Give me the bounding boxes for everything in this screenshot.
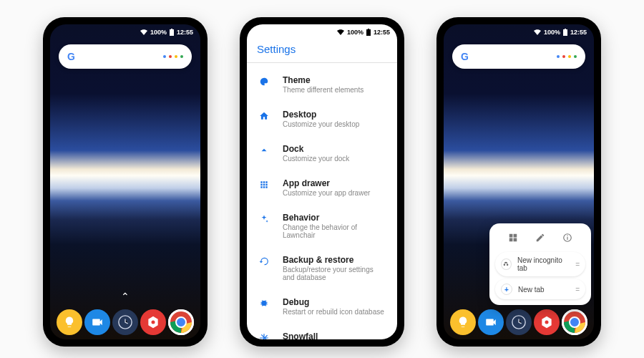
settings-item-label: Desktop [283,110,359,120]
battery-icon [563,29,567,36]
wifi-icon [534,29,541,35]
settings-item-label: Theme [283,75,364,85]
phone-settings: 100% 12:55 Settings Theme Theme differen… [240,17,404,347]
settings-item-label: App drawer [283,178,370,188]
svg-rect-1 [171,29,172,29]
settings-item-snowfall[interactable]: Snowfall [247,324,397,339]
settings-item-dock[interactable]: Dock Customize your dock [247,136,397,170]
battery-icon [170,29,174,36]
dock-app-chrome[interactable] [168,309,194,335]
assistant-icon[interactable] [163,55,183,58]
dock [50,309,200,335]
dock-app-duo[interactable] [84,309,110,335]
home-icon [258,111,270,121]
phone-home: 100% 12:55 G ⌃ [43,17,208,347]
sparkle-icon [258,214,270,224]
signal-percent: 100% [347,29,364,36]
status-bar: 100% 12:55 [534,29,587,36]
phone-shortcut-popup: 100% 12:55 G New incognito tab [436,17,601,347]
settings-item-label: Snowfall [283,332,318,339]
dock-app-clock[interactable] [506,309,532,335]
settings-screen[interactable]: 100% 12:55 Settings Theme Theme differen… [247,24,397,339]
settings-item-label: Behavior [283,213,386,223]
dock [444,309,594,335]
settings-item-sub: Change the behavior of Lawnchair [283,223,386,239]
settings-item-backup-restore[interactable]: Backup & restore Backup/restore your set… [247,247,397,289]
signal-percent: 100% [544,29,560,36]
signal-percent: 100% [150,29,167,36]
grid-icon [258,180,270,190]
settings-item-sub: Backup/restore your settings and databas… [283,266,386,281]
snow-icon [258,333,270,339]
app-drawer-handle[interactable]: ⌃ [121,291,130,302]
svg-rect-0 [170,29,174,36]
settings-item-desktop[interactable]: Desktop Customize your desktop [247,102,397,136]
settings-item-app-drawer[interactable]: App drawer Customize your app drawer [247,170,397,205]
assistant-icon[interactable] [557,55,577,58]
dock-app-duo[interactable] [478,309,504,335]
dock-app-settings-hex[interactable] [140,309,166,335]
popup-header [494,229,587,249]
status-bar: 100% 12:55 [337,29,390,36]
shortcut-label: New incognito tab [517,256,570,272]
dock-app-settings-hex[interactable] [534,309,560,335]
google-logo-icon: G [67,51,75,62]
shortcut-new-incognito-tab[interactable]: New incognito tab = [495,252,585,276]
incognito-icon [501,258,512,270]
google-logo-icon: G [461,51,469,62]
drag-handle-icon[interactable]: = [575,286,580,294]
palette-icon [258,77,270,87]
settings-item-sub: Restart or rebuild icon database [283,308,384,316]
settings-item-sub: Customize your desktop [283,120,359,128]
shortcut-label: New tab [518,286,545,294]
settings-item-debug[interactable]: Debug Restart or rebuild icon database [247,289,397,324]
svg-rect-8 [366,29,371,36]
home-screen[interactable]: 100% 12:55 G ⌃ [50,24,200,339]
clock-time: 12:55 [570,29,587,36]
settings-item-label: Dock [283,144,349,154]
google-search-bar[interactable]: G [59,44,192,69]
restore-icon [258,256,270,266]
settings-item-sub: Theme different elements [283,86,364,94]
settings-item-behavior[interactable]: Behavior Change the behavior of Lawnchai… [247,205,397,247]
info-icon[interactable] [562,232,573,243]
google-search-bar[interactable]: G [452,44,585,69]
svg-rect-11 [565,29,566,29]
dock-app-clock[interactable] [112,309,138,335]
settings-item-sub: Customize your app drawer [283,189,370,197]
clock-time: 12:55 [177,29,193,36]
bug-icon [258,299,270,309]
settings-item-sub: Customize your dock [283,155,349,163]
settings-item-theme[interactable]: Theme Theme different elements [247,67,397,102]
dock-app-tips[interactable] [57,309,82,335]
widgets-icon[interactable] [507,232,519,243]
wifi-icon [140,29,147,35]
edit-icon[interactable] [535,232,546,243]
dock-icon [258,145,270,155]
battery-icon [366,29,371,36]
dock-app-tips[interactable] [450,309,476,335]
shortcut-new-tab[interactable]: + New tab = [495,279,585,299]
clock-time: 12:55 [374,29,390,36]
svg-rect-9 [368,29,369,29]
settings-list: Theme Theme different elements Desktop C… [247,63,397,339]
dock-app-chrome[interactable] [562,309,587,335]
plus-icon: + [501,284,512,295]
svg-rect-10 [563,29,567,36]
svg-rect-20 [567,236,567,236]
drag-handle-icon[interactable]: = [575,261,580,268]
app-shortcut-popup: New incognito tab =+ New tab = [489,223,591,305]
svg-rect-19 [567,237,567,240]
wifi-icon [337,29,344,35]
settings-item-label: Debug [283,297,384,307]
status-bar: 100% 12:55 [140,29,193,36]
settings-item-label: Backup & restore [283,255,386,265]
svg-point-3 [152,321,155,324]
home-screen[interactable]: 100% 12:55 G New incognito tab [444,24,594,339]
svg-point-13 [545,321,549,324]
